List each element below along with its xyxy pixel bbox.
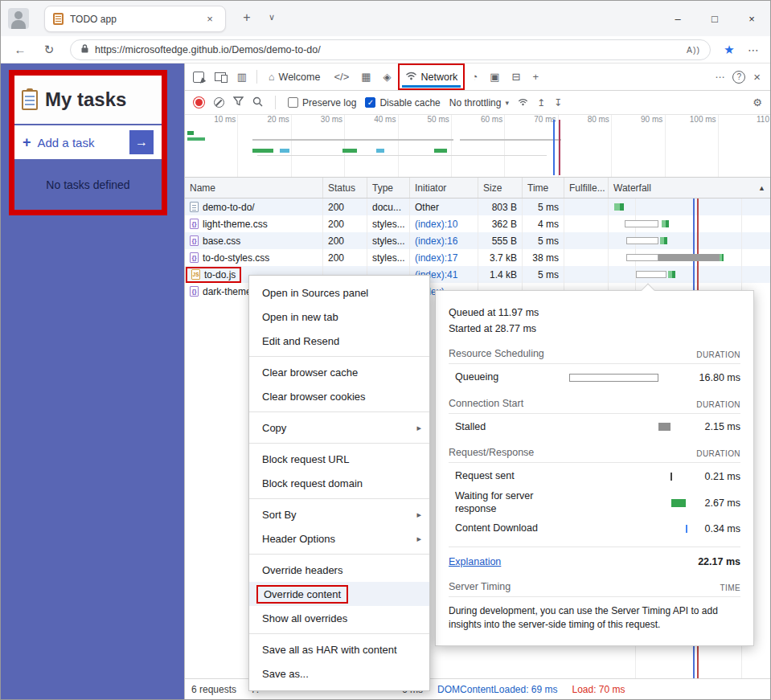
waterfall-bar bbox=[662, 220, 669, 227]
table-row[interactable]: light-theme.css 200 styles... (index):10… bbox=[185, 215, 770, 232]
overview-bar bbox=[280, 149, 289, 153]
request-name: base.css bbox=[203, 235, 240, 247]
help-icon[interactable]: ? bbox=[732, 71, 745, 84]
column-time[interactable]: Time bbox=[523, 178, 564, 198]
waterfall-cell bbox=[609, 232, 770, 249]
waterfall-cell bbox=[609, 199, 770, 215]
tab-memory[interactable]: ▣ bbox=[484, 63, 505, 90]
menu-item-copy[interactable]: Copy bbox=[249, 415, 429, 440]
disable-cache-toggle[interactable]: ✓ Disable cache bbox=[365, 97, 440, 108]
request-fulfilled bbox=[564, 266, 609, 283]
url-field[interactable]: https://microsoftedge.github.io/Demos/de… bbox=[70, 39, 711, 60]
menu-item-save-all-har[interactable]: Save all as HAR with content bbox=[249, 637, 429, 661]
menu-item-block-request-domain[interactable]: Block request domain bbox=[249, 471, 429, 495]
section-title: Server Timing bbox=[449, 581, 511, 592]
tab-debugger[interactable]: ◈ bbox=[378, 63, 397, 90]
request-initiator[interactable]: (index):17 bbox=[410, 249, 478, 266]
menu-item-clear-browser-cookies[interactable]: Clear browser cookies bbox=[249, 384, 429, 408]
panel-layout-icon[interactable]: ▥ bbox=[232, 71, 252, 83]
menu-item-override-content[interactable]: Override content bbox=[249, 582, 429, 606]
profile-avatar[interactable] bbox=[8, 8, 29, 29]
column-type[interactable]: Type bbox=[367, 178, 410, 198]
search-icon[interactable] bbox=[252, 96, 263, 109]
network-overview[interactable]: 10 ms 20 ms 30 ms 40 ms 50 ms 60 ms 70 m… bbox=[185, 115, 770, 178]
section-request-response: Request/Response DURATION bbox=[449, 447, 740, 463]
disable-cache-checkbox[interactable]: ✓ bbox=[365, 97, 375, 108]
explanation-link[interactable]: Explanation bbox=[449, 556, 501, 567]
menu-item-clear-browser-cache[interactable]: Clear browser cache bbox=[249, 360, 429, 384]
browser-tab[interactable]: TODO app × bbox=[44, 6, 226, 32]
export-har-icon[interactable]: ↧ bbox=[554, 97, 562, 108]
throttling-select[interactable]: No throttling ▾ bbox=[449, 97, 509, 108]
menu-item-override-headers[interactable]: Override headers bbox=[249, 558, 429, 582]
import-har-icon[interactable]: ↥ bbox=[537, 97, 545, 108]
menu-item-edit-and-resend[interactable]: Edit and Resend bbox=[249, 329, 429, 353]
menu-item-sort-by[interactable]: Sort By bbox=[249, 502, 429, 526]
menu-item-open-in-sources[interactable]: Open in Sources panel bbox=[249, 280, 429, 305]
clear-icon[interactable] bbox=[214, 97, 224, 108]
table-row[interactable]: base.css 200 styles... (index):16 555 B … bbox=[185, 232, 770, 249]
request-status: 200 bbox=[323, 215, 367, 232]
tab-network[interactable]: Network bbox=[398, 63, 465, 90]
request-status: 200 bbox=[323, 249, 367, 266]
server-timing-note: During development, you can use the Serv… bbox=[449, 604, 740, 632]
new-tab-button[interactable]: + bbox=[238, 10, 256, 25]
overview-bar bbox=[434, 149, 447, 153]
record-icon[interactable] bbox=[195, 99, 203, 106]
menu-item-open-in-new-tab[interactable]: Open in new tab bbox=[249, 305, 429, 329]
table-row[interactable]: to-do-styles.css 200 styles... (index):1… bbox=[185, 249, 770, 266]
add-panel-button[interactable]: + bbox=[527, 63, 544, 90]
filter-icon[interactable] bbox=[233, 96, 244, 108]
column-size[interactable]: Size bbox=[478, 178, 523, 198]
menu-item-block-request-url[interactable]: Block request URL bbox=[249, 447, 429, 471]
browser-menu-icon[interactable]: ⋯ bbox=[741, 43, 765, 56]
overview-bar bbox=[257, 155, 547, 156]
network-settings-gear-icon[interactable]: ⚙ bbox=[753, 96, 762, 108]
tab-console[interactable]: ▦ bbox=[355, 63, 376, 90]
waterfall-label: Waterfall bbox=[613, 182, 651, 194]
timing-label: Queueing bbox=[449, 371, 569, 384]
timing-value: 0.34 ms bbox=[687, 523, 740, 534]
read-aloud-icon[interactable]: A)) bbox=[687, 45, 700, 55]
devtools-more-icon[interactable]: ⋯ bbox=[715, 72, 724, 83]
close-button[interactable]: × bbox=[733, 1, 770, 36]
tab-close-icon[interactable]: × bbox=[203, 13, 217, 25]
tab-welcome-label: Welcome bbox=[279, 72, 321, 83]
column-initiator[interactable]: Initiator bbox=[410, 178, 478, 198]
overview-bar bbox=[252, 139, 453, 141]
preserve-log-checkbox[interactable] bbox=[288, 97, 298, 108]
inspect-icon[interactable] bbox=[193, 72, 204, 83]
request-initiator[interactable]: (index):10 bbox=[410, 215, 478, 232]
tab-application[interactable]: ⊟ bbox=[506, 63, 527, 90]
tab-dropdown-icon[interactable]: ∨ bbox=[265, 12, 279, 23]
refresh-icon[interactable]: ↻ bbox=[35, 43, 64, 57]
menu-item-save-as[interactable]: Save as... bbox=[249, 661, 429, 686]
request-size: 803 B bbox=[478, 199, 523, 215]
device-toolbar-icon[interactable] bbox=[215, 72, 226, 81]
devtools-close-icon[interactable]: × bbox=[753, 70, 761, 84]
column-waterfall[interactable]: Waterfall ▲ bbox=[609, 178, 770, 198]
back-icon[interactable]: ← bbox=[6, 43, 35, 56]
column-name[interactable]: Name bbox=[185, 178, 323, 198]
table-row[interactable]: demo-to-do/ 200 docu... Other 803 B 5 ms bbox=[185, 199, 770, 215]
ruler-tick: 90 ms bbox=[612, 115, 665, 126]
preserve-log-toggle[interactable]: Preserve log bbox=[288, 97, 356, 108]
add-task-label[interactable]: Add a task bbox=[38, 136, 95, 149]
column-status[interactable]: Status bbox=[323, 178, 367, 198]
column-fulfilled[interactable]: Fulfille... bbox=[564, 178, 609, 198]
add-task-row[interactable]: + Add a task → bbox=[14, 125, 162, 159]
minimize-button[interactable]: – bbox=[659, 1, 696, 36]
network-conditions-icon[interactable] bbox=[518, 97, 528, 108]
document-file-icon bbox=[190, 202, 199, 212]
request-initiator[interactable]: (index):16 bbox=[410, 232, 478, 249]
tab-welcome[interactable]: ⌂ Welcome bbox=[261, 63, 327, 90]
tab-sources[interactable]: </> bbox=[328, 63, 355, 90]
menu-item-show-all-overrides[interactable]: Show all overrides bbox=[249, 606, 429, 630]
maximize-button[interactable]: □ bbox=[696, 1, 733, 36]
favorite-star-icon[interactable]: ★ bbox=[717, 43, 741, 57]
menu-item-header-options[interactable]: Header Options bbox=[249, 526, 429, 551]
request-name: demo-to-do/ bbox=[203, 202, 255, 213]
add-task-button[interactable]: → bbox=[129, 130, 154, 154]
total-time: 22.17 ms bbox=[698, 556, 740, 567]
tab-performance[interactable]: ◔ bbox=[465, 63, 483, 90]
